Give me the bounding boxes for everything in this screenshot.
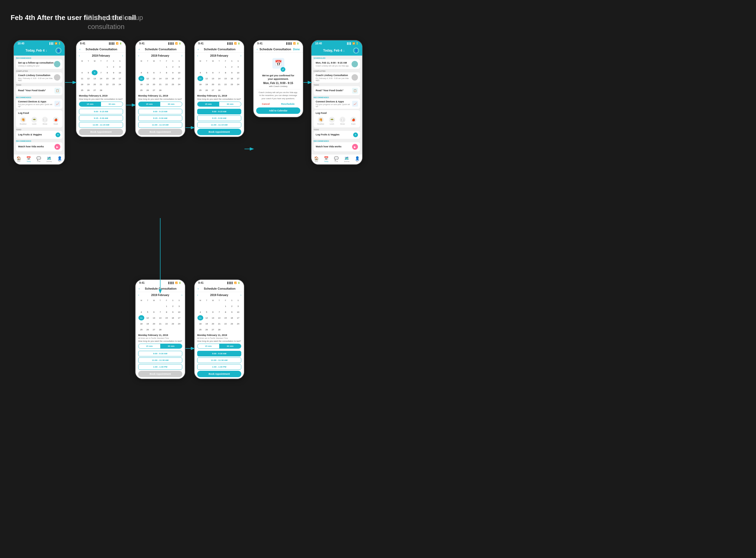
list-item-log-food-6: Log Food 🥞Breakfast 🥗Lunch 🍽️Dinner 🍎Sna…: [314, 110, 360, 127]
duration-toggle-3: 15 min 30 min: [138, 102, 182, 107]
list-item-read-6[interactable]: Read "Your Food Goals" 📋: [314, 86, 360, 95]
phone-2-calendar-feb6: 9:41 ▌▌▌▌📶🔋 ‹ Schedule Consultation ‹ 20…: [76, 40, 126, 137]
list-item-consultation[interactable]: Coach Lindsey Consultation Mon, February…: [16, 72, 62, 83]
calendar-grid-2: M T W T F S S 1 2 3: [79, 58, 123, 93]
back-btn-4[interactable]: ‹: [198, 48, 198, 51]
app-header-7: ‹ Schedule Consultation: [136, 285, 185, 292]
section-label-right: Set up a follow-up consultation: [88, 13, 143, 31]
phone-8-calendar-30min-selected: 9:41 ▌▌▌▌📶🔋 ‹ Schedule Consultation ‹ 20…: [194, 279, 244, 379]
time-slot-3-4[interactable]: 11:00 - 11:15 AM: [197, 122, 241, 128]
duration-30-7[interactable]: 30 min: [160, 344, 182, 349]
confirm-content-5: 📅 ✓ We've got you confirmed foryour appo…: [253, 53, 303, 117]
app-header-8: ‹ Schedule Consultation: [194, 285, 244, 292]
duration-30-3[interactable]: 30 min: [160, 102, 182, 106]
calendar-grid-4: M T W T F S S 1 2 3: [197, 58, 241, 93]
list-item-watch[interactable]: Watch how Vida works ▶: [16, 142, 62, 151]
time-slot-2-7[interactable]: 11:00 - 11:30 AM: [138, 357, 182, 363]
time-slot-2-8[interactable]: 11:00 - 11:30 AM: [197, 357, 241, 363]
status-bar-5: 9:41 ▌▌▌▌📶🔋: [253, 41, 303, 46]
list-item-followup[interactable]: Set up a follow-up consultation Lindsey …: [16, 59, 62, 69]
phone-7-calendar-30min: 9:41 ▌▌▌▌📶🔋 ‹ Schedule Consultation ‹ 20…: [135, 279, 186, 379]
time-slot-1-4-selected[interactable]: 9:00 - 9:15 AM: [197, 109, 241, 115]
list-item-fruits-6[interactable]: Log Fruits & Veggies +: [314, 131, 360, 139]
duration-30-2[interactable]: 30 min: [101, 102, 123, 106]
time-slot-2-4[interactable]: 9:15 - 9:30 AM: [197, 116, 241, 121]
calendar-grid-3: M T W T F S S 1 2 3: [138, 58, 182, 93]
list-item-connect[interactable]: Connect Devices & Apps Put your progress…: [16, 99, 62, 109]
time-slot-2-3[interactable]: 9:15 - 9:30 AM: [138, 116, 182, 121]
app-header-1: Today, Feb 4 ↓ 👤: [14, 46, 64, 56]
time-slot-3-2[interactable]: 11:00 - 11:15 AM: [79, 122, 123, 128]
app-header-3: ‹ Schedule Consultation: [136, 46, 185, 53]
time-slot-3-3[interactable]: 11:00 - 11:15 AM: [138, 122, 182, 128]
app-header-5: ‹ Schedule Consultation Done: [253, 46, 303, 53]
done-btn-5[interactable]: Done: [293, 48, 300, 51]
time-slot-1-8-selected[interactable]: 9:00 - 9:30 AM: [197, 351, 241, 356]
today-content-1: RECOMMENDED Set up a follow-up consultat…: [14, 56, 64, 154]
time-slot-3-8[interactable]: 1:00 - 1:30 PM: [197, 364, 241, 370]
app-title-1: Today, Feb 4 ↓: [26, 49, 47, 52]
book-btn-3[interactable]: Book Appointment: [138, 129, 182, 135]
phone-3-calendar-feb11: 9:41 ▌▌▌▌📶🔋 ‹ Schedule Consultation ‹ 20…: [135, 40, 186, 137]
status-bar-7: 9:41 ▌▌▌▌📶🔋: [136, 280, 185, 285]
today-content-6: SCHEDULED Mon, Feb 11, 9:00 - 9:15 AM Co…: [312, 56, 362, 154]
status-bar-3: 9:41 ▌▌▌▌📶🔋: [136, 41, 185, 46]
calendar-grid-8: M T W T F S S 1 2 3: [197, 298, 241, 332]
back-btn-7[interactable]: ‹: [139, 287, 139, 290]
time-slot-1-3[interactable]: 9:00 - 9:15 AM: [138, 109, 182, 115]
back-btn-3[interactable]: ‹: [139, 48, 139, 51]
list-item-scheduled[interactable]: Mon, Feb 11, 9:00 - 9:15 AM Coach Lindse…: [314, 59, 360, 69]
time-slot-1-2[interactable]: 9:00 - 9:15 AM: [79, 109, 123, 115]
status-bar-6: 10:40 ▌▌▌📶🔋: [312, 41, 362, 46]
book-btn-7[interactable]: Book Appointment: [138, 371, 182, 377]
app-title-6: Today, Feb 4 ↓: [323, 49, 345, 52]
time-slot-3-7[interactable]: 1:00 - 1:30 PM: [138, 364, 182, 370]
back-btn-2[interactable]: ‹: [79, 48, 80, 51]
book-btn-4[interactable]: Book Appointment: [197, 129, 241, 135]
calendar-grid-7: M T W T F S S 1 2 3: [138, 298, 182, 332]
back-btn-8[interactable]: ‹: [198, 287, 198, 290]
phone-6-today-after: 10:40 ▌▌▌📶🔋 Today, Feb 4 ↓ 👤 SCHEDULED M…: [311, 40, 363, 165]
time-slot-1-7[interactable]: 9:00 - 9:30 AM: [138, 351, 182, 356]
list-item-read[interactable]: Read "Your Food Goals" 📋: [16, 86, 62, 95]
book-btn-2[interactable]: Book Appointment: [79, 129, 123, 135]
duration-toggle-2: 15 min 30 min: [79, 102, 123, 107]
phone-4-calendar-selected: 9:41 ▌▌▌▌📶🔋 ‹ Schedule Consultation ‹ 20…: [194, 40, 244, 137]
duration-toggle-7: 15 min 30 min: [138, 344, 182, 349]
book-btn-8[interactable]: Book Appointment: [197, 371, 241, 377]
list-item-connect-6[interactable]: Connect Devices & Apps Put your progress…: [314, 99, 360, 109]
duration-15-2[interactable]: 15 min: [79, 102, 101, 106]
list-item-consultation-6[interactable]: Coach Lindsey Consultation Fri, February…: [314, 72, 360, 83]
duration-15-3[interactable]: 15 min: [138, 102, 160, 106]
back-btn-5[interactable]: ‹: [257, 48, 258, 51]
app-header-6: Today, Feb 4 ↓ 👤: [312, 46, 362, 56]
duration-toggle-8: 15 min 30 min: [197, 344, 241, 349]
app-header-2: ‹ Schedule Consultation: [76, 46, 126, 53]
cancel-btn-5[interactable]: Cancel: [262, 103, 270, 105]
list-item-log-food: Log Food 🥞Breakfast 🥗Lunch 🍽️Dinner 🍎Sna…: [16, 110, 62, 127]
status-bar-1: 10:40 ▌▌▌📶🔋: [14, 41, 64, 46]
duration-15-7[interactable]: 15 min: [138, 344, 160, 349]
bottom-nav-1: 🏠Now 📅Today 💬Chat 🗺️Journey 👤Me: [14, 154, 64, 164]
add-calendar-btn-5[interactable]: Add to Calendar: [256, 107, 300, 114]
duration-30-8[interactable]: 30 min: [219, 344, 241, 349]
phone-5-confirmation: 9:41 ▌▌▌▌📶🔋 ‹ Schedule Consultation Done…: [253, 40, 303, 118]
status-bar-4: 9:41 ▌▌▌▌📶🔋: [194, 41, 244, 46]
time-slot-2-2[interactable]: 9:15 - 9:30 AM: [79, 116, 123, 121]
phone-1-today-before: 10:40 ▌▌▌📶🔋 Today, Feb 4 ↓ 👤 RECOMMENDED…: [13, 40, 65, 165]
duration-30-4[interactable]: 30 min: [219, 102, 241, 106]
reschedule-btn-5[interactable]: Reschedule: [281, 103, 295, 105]
list-item-fruits[interactable]: Log Fruits & Veggies +: [16, 131, 62, 139]
page-container: Feb 4th After the user finished the call…: [10, 10, 746, 548]
status-bar-8: 9:41 ▌▌▌▌📶🔋: [194, 280, 244, 285]
list-item-watch-6[interactable]: Watch how Vida works ▶: [314, 142, 360, 151]
status-bar-2: 9:41 ▌▌▌▌📶🔋: [76, 41, 126, 46]
duration-toggle-4: 15 min 30 min: [197, 102, 241, 107]
bottom-nav-6: 🏠Now 📅Today 💬Chat 🗺️Journey 👤Me: [312, 154, 362, 164]
app-header-4: ‹ Schedule Consultation: [194, 46, 244, 53]
duration-15-8[interactable]: 15 min: [197, 344, 219, 349]
duration-15-4[interactable]: 15 min: [197, 102, 219, 106]
